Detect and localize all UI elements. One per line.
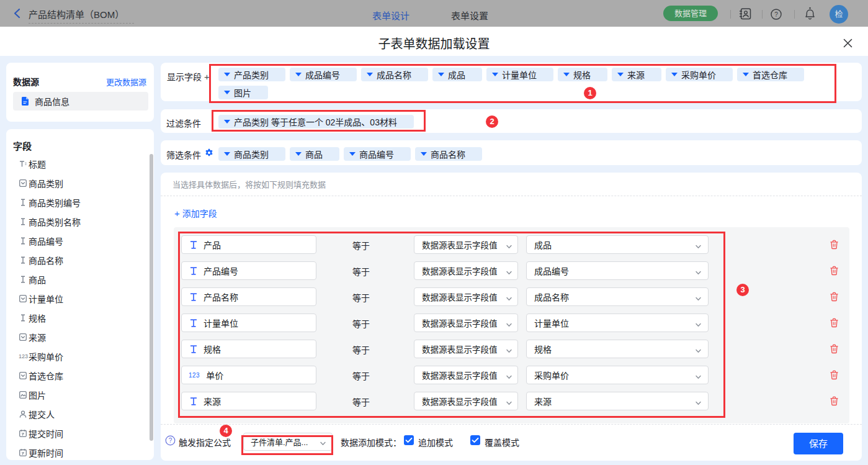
svg-text:?: ? — [774, 11, 778, 18]
svg-text:?: ? — [169, 437, 172, 444]
